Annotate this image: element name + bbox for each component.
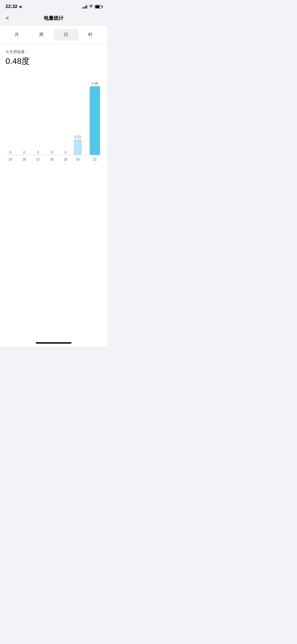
svg-text:0: 0 (10, 151, 12, 154)
svg-rect-11 (74, 139, 82, 155)
time-display: 22:32 (6, 4, 17, 9)
location-icon: ◀ (19, 5, 21, 9)
energy-label: 今天用电量： (6, 50, 102, 55)
tab-month[interactable]: 月 (4, 29, 29, 40)
svg-text:20: 20 (76, 157, 80, 161)
energy-stats: 今天用电量： 0.48度 (0, 44, 107, 70)
svg-text:0: 0 (23, 151, 25, 154)
home-indicator (0, 334, 107, 346)
svg-text:0: 0 (65, 151, 67, 154)
chart-area: 0 15 0 16 0 17 0 18 0 19 0.11 20 (4, 75, 103, 169)
svg-text:21: 21 (93, 157, 97, 161)
empty-space (0, 169, 107, 334)
svg-text:0.48: 0.48 (92, 81, 98, 85)
nav-bar: < 电量统计 (0, 12, 107, 26)
status-icons (82, 4, 102, 9)
energy-value: 0.48度 (6, 56, 102, 67)
chart-container: 0 15 0 16 0 17 0 18 0 19 0.11 20 (0, 70, 107, 169)
svg-rect-14 (90, 86, 100, 155)
bar-chart: 0 15 0 16 0 17 0 18 0 19 0.11 20 (4, 75, 103, 169)
svg-text:19: 19 (64, 157, 67, 161)
status-bar: 22:32 ◀ (0, 0, 107, 12)
signal-icon (82, 5, 87, 9)
home-bar (36, 342, 72, 344)
battery-icon (95, 5, 102, 9)
svg-text:0: 0 (51, 151, 53, 154)
svg-text:0.11: 0.11 (75, 135, 81, 139)
tab-hour[interactable]: 时 (78, 29, 103, 40)
svg-text:0: 0 (37, 151, 39, 154)
tab-day[interactable]: 日 (54, 29, 78, 40)
svg-text:17: 17 (36, 157, 40, 161)
svg-text:15: 15 (9, 157, 12, 161)
back-button[interactable]: < (6, 15, 9, 22)
tab-week[interactable]: 周 (29, 29, 54, 40)
main-content: 月 周 日 时 今天用电量： 0.48度 0 15 0 16 0 17 (0, 26, 107, 334)
svg-text:16: 16 (22, 157, 26, 161)
status-time: 22:32 ◀ (6, 4, 21, 9)
svg-text:18: 18 (50, 157, 54, 161)
tab-bar: 月 周 日 时 (0, 26, 107, 44)
wifi-icon (89, 4, 93, 9)
page-title: 电量统计 (44, 15, 64, 21)
